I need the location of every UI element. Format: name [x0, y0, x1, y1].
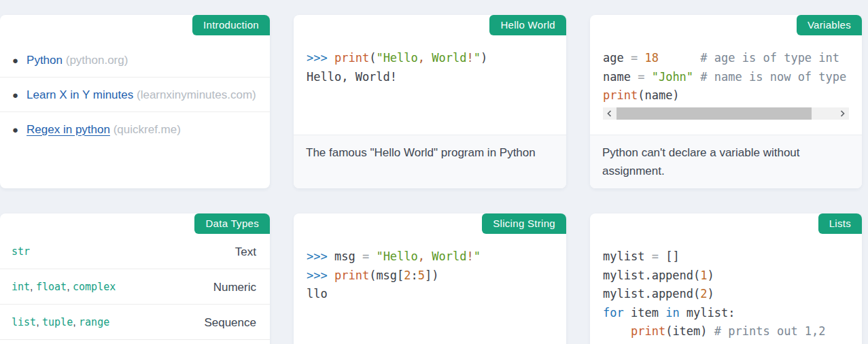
intro-link-list: ● Python (python.org) ● Learn X in Y min…: [0, 43, 270, 146]
type-category: Numeric: [213, 278, 256, 296]
code-line: >>> print("Hello, World!"): [307, 49, 553, 68]
type-code-group: int, float, complex: [12, 277, 116, 296]
table-row: str Text: [0, 235, 270, 269]
card-variables: Variables age = 18 # age is of type intn…: [590, 15, 862, 188]
list-item: ● Learn X in Y minutes (learnxinyminutes…: [0, 78, 270, 112]
cheatsheet-grid: Introduction ● Python (python.org) ● Lea…: [0, 0, 868, 344]
data-types-table: str Text int, float, complex Numeric lis…: [0, 235, 270, 340]
chevron-right-icon[interactable]: [835, 107, 849, 120]
card-badge-data-types: Data Types: [194, 213, 270, 234]
code-line: name = "John" # name is now of type: [603, 68, 849, 87]
card-hello-world: Hello World >>> print("Hello, World!")He…: [294, 15, 566, 188]
chevron-left-icon[interactable]: [603, 107, 617, 120]
code-line: print(item) # prints out 1,2: [603, 322, 849, 341]
list-item: ● Regex in python (quickref.me): [0, 112, 270, 146]
link-python-domain: (python.org): [66, 54, 128, 67]
code-line: >>> print(msg[2:5]): [307, 266, 553, 286]
horizontal-scrollbar: [603, 107, 849, 120]
card-footer-variables: Python can't declare a variable without …: [590, 135, 862, 188]
footer-text: Python can't declare a variable without …: [602, 143, 833, 180]
bullet-icon: ●: [12, 51, 18, 69]
footer-text: The famous "Hello World" program in Pyth…: [306, 143, 537, 162]
scrollbar-thumb[interactable]: [617, 107, 812, 120]
card-badge-variables: Variables: [797, 15, 862, 35]
type-code-group: list, tuple, range: [12, 313, 109, 332]
code-line: for item in mylist:: [603, 304, 849, 323]
card-data-types: Data Types str Text int, float, complex …: [0, 213, 270, 344]
bullet-icon: ●: [12, 120, 18, 139]
code-line: >>> msg = "Hello, World!": [307, 247, 553, 266]
code-line: mylist.append(2): [603, 285, 849, 304]
type-code: str: [12, 243, 30, 261]
link-regex-in-python[interactable]: Regex in python: [27, 123, 110, 136]
code-line: mylist.append(1): [603, 266, 849, 286]
table-row: int, float, complex Numeric: [0, 269, 270, 305]
link-learn-x-in-y[interactable]: Learn X in Y minutes: [27, 88, 133, 101]
link-learn-x-in-y-domain: (learnxinyminutes.com): [137, 88, 256, 101]
bullet-icon: ●: [12, 86, 18, 104]
code-line: Hello, World!: [307, 68, 553, 87]
link-python[interactable]: Python: [27, 54, 63, 67]
card-footer-hello-world: The famous "Hello World" program in Pyth…: [294, 135, 566, 188]
card-slicing-string: Slicing String >>> msg = "Hello, World!"…: [294, 213, 566, 344]
list-item: ● Python (python.org): [0, 43, 270, 78]
card-introduction: Introduction ● Python (python.org) ● Lea…: [0, 15, 270, 188]
card-badge-introduction: Introduction: [192, 15, 270, 35]
code-line: print(name): [603, 86, 849, 105]
link-regex-in-python-domain: (quickref.me): [114, 123, 181, 136]
code-line: mylist = []: [603, 247, 849, 266]
type-category: Text: [235, 243, 256, 261]
card-badge-slicing-string: Slicing String: [482, 213, 566, 234]
type-category: Sequence: [204, 313, 256, 332]
card-lists: Lists mylist = []mylist.append(1)mylist.…: [590, 213, 862, 344]
scrollbar-track[interactable]: [617, 107, 835, 120]
code-line: age = 18 # age is of type int: [603, 49, 849, 68]
card-badge-lists: Lists: [818, 213, 862, 234]
table-row: list, tuple, range Sequence: [0, 305, 270, 340]
code-line: llo: [307, 285, 553, 304]
card-badge-hello-world: Hello World: [489, 15, 566, 35]
